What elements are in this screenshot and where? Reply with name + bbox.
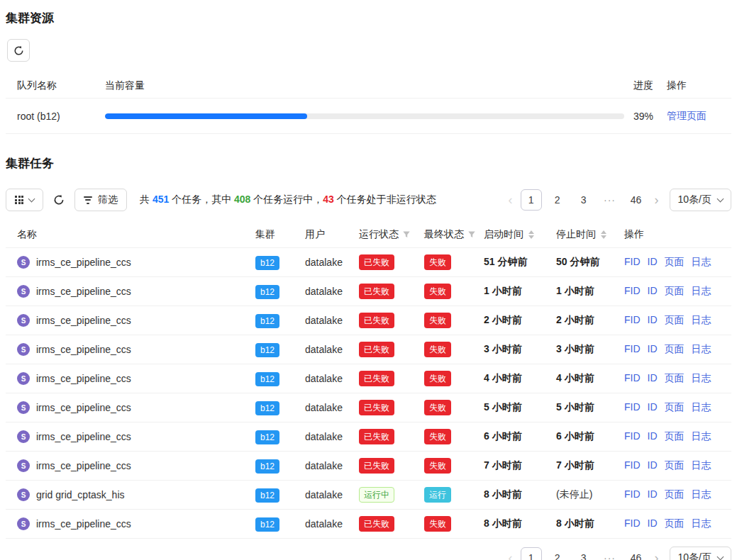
- next-page-icon[interactable]: ›: [652, 194, 662, 206]
- col-label: 名称: [17, 228, 37, 241]
- page-button-46[interactable]: 46: [626, 189, 647, 211]
- action-log-link[interactable]: 日志: [692, 430, 711, 443]
- spark-avatar-icon: S: [17, 517, 30, 530]
- action-id-link[interactable]: ID: [648, 343, 658, 356]
- filter-button[interactable]: 筛选: [74, 189, 127, 211]
- action-fid-link[interactable]: FID: [624, 343, 641, 356]
- manage-page-link[interactable]: 管理页面: [667, 110, 706, 121]
- action-id-link[interactable]: ID: [648, 285, 658, 298]
- page-size-select[interactable]: 10条/页: [670, 547, 731, 560]
- task-name: irms_ce_pipeline_ccs: [36, 518, 131, 530]
- filter-funnel-icon[interactable]: [467, 230, 476, 239]
- cluster-tag: b12: [255, 314, 279, 328]
- col-resource-actions: 操作: [667, 79, 731, 92]
- page-button-ellipsis[interactable]: ···: [599, 189, 621, 211]
- action-id-link[interactable]: ID: [648, 459, 658, 472]
- action-page-link[interactable]: 页面: [665, 430, 685, 443]
- task-name-cell: S irms_ce_pipeline_ccs: [6, 343, 255, 356]
- action-page-link[interactable]: 页面: [665, 401, 685, 414]
- tasks-summary: 共 451 个任务，其中 408 个任务运行中，43 个任务处于非运行状态: [140, 194, 436, 206]
- task-name: irms_ce_pipeline_ccs: [36, 402, 131, 413]
- col-user: 用户: [305, 228, 359, 241]
- action-id-link[interactable]: ID: [648, 488, 658, 501]
- resources-refresh-button[interactable]: [7, 39, 30, 62]
- cluster-cell: b12: [255, 402, 305, 413]
- action-page-link[interactable]: 页面: [665, 459, 685, 472]
- start-time: 5 小时前: [484, 401, 556, 414]
- sort-icon[interactable]: [528, 230, 534, 239]
- action-fid-link[interactable]: FID: [624, 256, 641, 269]
- col-label: 运行状态: [359, 228, 399, 241]
- refresh-icon: [53, 194, 65, 206]
- action-log-link[interactable]: 日志: [692, 459, 711, 472]
- cluster-cell: b12: [255, 344, 305, 355]
- action-log-link[interactable]: 日志: [692, 343, 711, 356]
- action-fid-link[interactable]: FID: [624, 401, 641, 414]
- action-log-link[interactable]: 日志: [692, 401, 711, 414]
- action-fid-link[interactable]: FID: [624, 285, 641, 298]
- page-button-46[interactable]: 46: [626, 547, 647, 560]
- page-button-ellipsis[interactable]: ···: [599, 547, 621, 560]
- filter-funnel-icon[interactable]: [402, 230, 411, 239]
- action-log-link[interactable]: 日志: [692, 488, 711, 501]
- layout-dropdown-button[interactable]: [6, 189, 43, 211]
- final-status-badge: 失败: [424, 458, 451, 474]
- start-time: 6 小时前: [484, 430, 556, 443]
- page-button-1[interactable]: 1: [521, 189, 542, 211]
- run-status-badge: 已失败: [359, 458, 394, 474]
- final-status-badge: 失败: [424, 516, 451, 532]
- page-button-2[interactable]: 2: [547, 547, 568, 560]
- start-time: 2 小时前: [484, 314, 556, 327]
- action-id-link[interactable]: ID: [648, 256, 658, 269]
- cluster-cell: b12: [255, 257, 305, 268]
- action-id-link[interactable]: ID: [648, 401, 658, 414]
- sort-icon[interactable]: [601, 230, 606, 239]
- page-button-3[interactable]: 3: [573, 547, 594, 560]
- action-log-link[interactable]: 日志: [692, 285, 711, 298]
- action-fid-link[interactable]: FID: [624, 488, 641, 501]
- action-page-link[interactable]: 页面: [665, 372, 685, 385]
- cluster-cell: b12: [255, 431, 305, 442]
- action-page-link[interactable]: 页面: [665, 256, 685, 269]
- spark-avatar-icon: S: [17, 488, 30, 501]
- action-page-link[interactable]: 页面: [665, 488, 685, 501]
- task-name: irms_ce_pipeline_ccs: [36, 460, 131, 471]
- start-time: 51 分钟前: [484, 256, 556, 269]
- next-page-icon[interactable]: ›: [652, 551, 662, 560]
- run-status-cell: 已失败: [359, 371, 424, 386]
- task-name: grid grid_cptask_his: [36, 489, 125, 500]
- page-size-label: 10条/页: [678, 551, 711, 560]
- action-log-link[interactable]: 日志: [692, 517, 711, 530]
- action-fid-link[interactable]: FID: [624, 430, 641, 443]
- action-fid-link[interactable]: FID: [624, 314, 641, 327]
- action-log-link[interactable]: 日志: [692, 314, 711, 327]
- action-id-link[interactable]: ID: [648, 372, 658, 385]
- prev-page-icon[interactable]: ‹: [506, 194, 516, 206]
- action-fid-link[interactable]: FID: [624, 459, 641, 472]
- action-log-link[interactable]: 日志: [692, 372, 711, 385]
- action-fid-link[interactable]: FID: [624, 372, 641, 385]
- action-page-link[interactable]: 页面: [665, 343, 685, 356]
- run-status-cell: 已失败: [359, 254, 424, 270]
- action-page-link[interactable]: 页面: [665, 314, 685, 327]
- action-log-link[interactable]: 日志: [692, 256, 711, 269]
- tasks-toolbar: 筛选 共 451 个任务，其中 408 个任务运行中，43 个任务处于非运行状态…: [6, 189, 731, 211]
- page-button-2[interactable]: 2: [547, 189, 568, 211]
- action-page-link[interactable]: 页面: [665, 285, 685, 298]
- action-id-link[interactable]: ID: [648, 517, 658, 530]
- page-button-1[interactable]: 1: [521, 547, 542, 560]
- action-fid-link[interactable]: FID: [624, 517, 641, 530]
- page-button-3[interactable]: 3: [573, 189, 594, 211]
- run-status-cell: 已失败: [359, 342, 424, 357]
- tasks-refresh-button[interactable]: [49, 193, 69, 207]
- action-page-link[interactable]: 页面: [665, 517, 685, 530]
- prev-page-icon[interactable]: ‹: [506, 551, 516, 560]
- task-name-cell: S irms_ce_pipeline_ccs: [6, 256, 255, 269]
- col-progress: 进度: [624, 79, 667, 92]
- action-id-link[interactable]: ID: [648, 314, 658, 327]
- final-status-cell: 失败: [424, 458, 484, 474]
- action-id-link[interactable]: ID: [648, 430, 658, 443]
- page-size-select[interactable]: 10条/页: [670, 189, 731, 211]
- task-actions: FIDID页面日志: [624, 256, 731, 269]
- chevron-down-icon: [28, 196, 35, 203]
